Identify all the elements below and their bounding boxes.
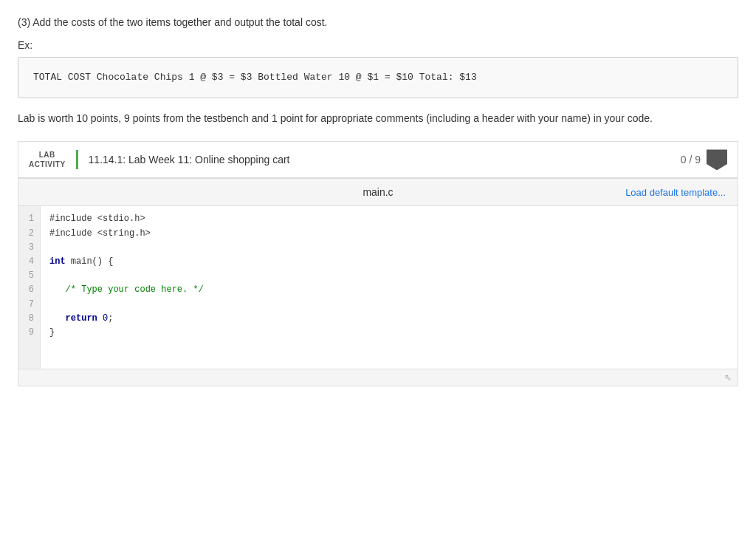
editor-header: main.c Load default template... — [18, 179, 738, 206]
line-number: 2 — [26, 227, 34, 241]
line-number: 8 — [26, 312, 34, 326]
lab-activity-label: LAB ACTIVITY — [29, 150, 78, 169]
line-number: 9 — [26, 326, 34, 340]
line-number: 3 — [26, 241, 34, 255]
line-number: 1 — [26, 212, 34, 226]
lab-activity-bar: LAB ACTIVITY 11.14.1: Lab Week 11: Onlin… — [18, 141, 738, 178]
note-text: Lab is worth 10 points, 9 points from th… — [18, 110, 738, 126]
editor-footer: ⇖ — [18, 369, 738, 386]
editor-filename: main.c — [362, 186, 393, 198]
lab-score-box — [707, 149, 727, 170]
line-number: 4 — [26, 255, 34, 269]
lab-score-badge: 0 / 9 — [681, 149, 727, 170]
lab-activity-title: 11.14.1: Lab Week 11: Online shopping ca… — [89, 154, 681, 165]
code-editor[interactable]: 1 2 3 4 5 6 7 8 9 #include <stdio.h> #in… — [18, 206, 738, 369]
line-number: 6 — [26, 283, 34, 297]
example-code-text: TOTAL COST Chocolate Chips 1 @ $3 = $3 B… — [33, 72, 477, 83]
lab-label-line1: LAB — [39, 150, 55, 160]
lab-score-text: 0 / 9 — [681, 154, 701, 165]
line-number: 7 — [26, 298, 34, 312]
ex-label: Ex: — [18, 39, 738, 51]
line-number: 5 — [26, 269, 34, 283]
code-editor-container: main.c Load default template... 1 2 3 4 … — [18, 178, 738, 386]
lab-label-line2: ACTIVITY — [29, 160, 66, 169]
resize-icon: ⇖ — [724, 372, 732, 383]
instruction-step: (3) Add the costs of the two items toget… — [18, 15, 738, 30]
code-content[interactable]: #include <stdio.h> #include <string.h> i… — [41, 206, 738, 369]
line-numbers: 1 2 3 4 5 6 7 8 9 — [18, 206, 41, 369]
load-template-link[interactable]: Load default template... — [625, 187, 726, 198]
example-code-box: TOTAL COST Chocolate Chips 1 @ $3 = $3 B… — [18, 57, 738, 98]
